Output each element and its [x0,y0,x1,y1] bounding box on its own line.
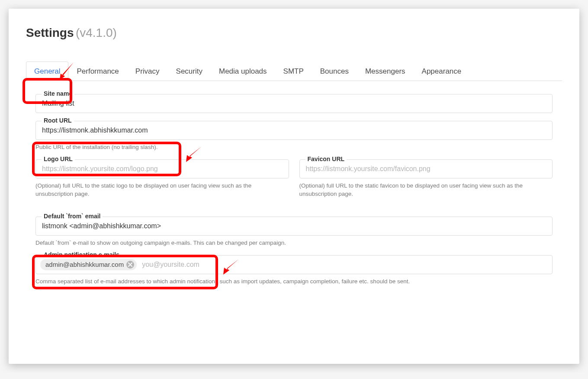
page-version: (v4.1.0) [76,26,117,39]
tab-security[interactable]: Security [168,62,211,81]
from-email-help: Default `from` e-mail to show on outgoin… [35,239,553,247]
from-email-input[interactable] [35,217,553,236]
admin-email-tag-text: admin@abhishkkumar.com [45,261,124,268]
site-name-label: Site name [42,90,74,97]
admin-emails-help: Comma separated list of e-mail addresses… [35,278,553,286]
tab-messengers[interactable]: Messengers [357,62,414,81]
tab-performance[interactable]: Performance [68,62,127,81]
tab-privacy[interactable]: Privacy [127,62,168,81]
from-email-field: Default `from` email Default `from` e-ma… [35,217,553,247]
root-url-label: Root URL [42,117,74,124]
admin-emails-label: Admin notification e-mails [42,251,122,258]
tab-smtp[interactable]: SMTP [275,62,312,81]
tab-appearance[interactable]: Appearance [414,62,470,81]
remove-tag-icon[interactable] [126,261,134,269]
page-title: Settings [26,26,74,39]
admin-emails-input[interactable] [140,258,548,271]
general-settings-form: Site name Root URL Public URL of the ins… [26,94,562,285]
admin-email-tag: admin@abhishkkumar.com [40,259,137,270]
admin-emails-field: Admin notification e-mails admin@abhishk… [35,255,553,286]
root-url-field: Root URL Public URL of the installation … [35,121,553,152]
from-email-label: Default `from` email [42,213,103,220]
logo-url-field: Logo URL (Optional) full URL to the stat… [35,159,289,198]
tab-general[interactable]: General [26,62,68,81]
logo-url-help: (Optional) full URL to the static logo t… [35,182,289,198]
site-name-input[interactable] [35,94,553,113]
favicon-url-field: Favicon URL (Optional) full URL to the s… [299,159,553,198]
page-header: Settings (v4.1.0) [26,26,562,40]
favicon-url-help: (Optional) full URL to the static favico… [299,182,553,198]
settings-tabs: General Performance Privacy Security Med… [26,62,562,81]
tab-bounces[interactable]: Bounces [312,62,357,81]
root-url-input[interactable] [35,121,553,140]
tab-media-uploads[interactable]: Media uploads [211,62,275,81]
root-url-help: Public URL of the installation (no trail… [35,143,553,152]
logo-url-label: Logo URL [42,155,75,162]
favicon-url-label: Favicon URL [305,155,347,162]
site-name-field: Site name [35,94,553,113]
settings-page: Settings (v4.1.0) General Performance Pr… [9,9,579,364]
